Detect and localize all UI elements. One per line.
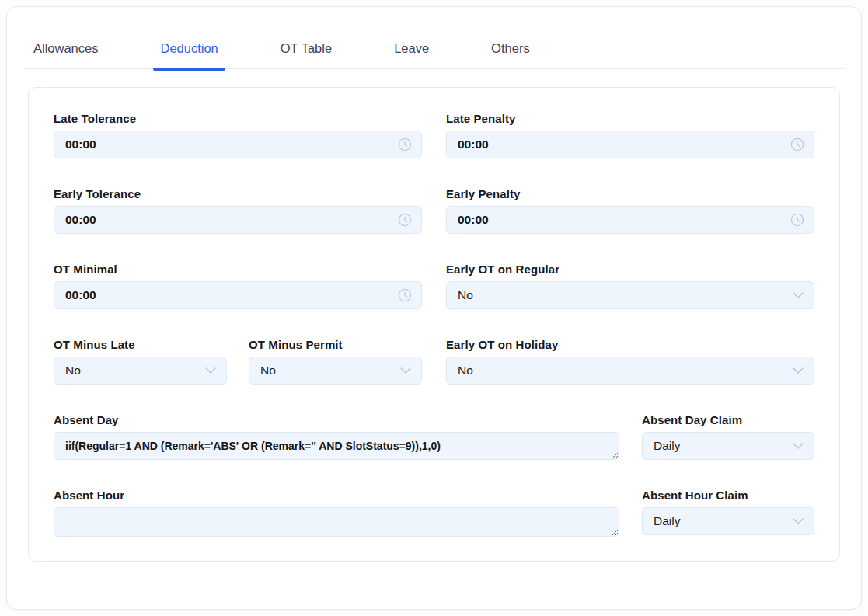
early-penalty-field: Early Penalty [446, 187, 814, 234]
deduction-form-panel: Late Tolerance Late Penalty [28, 87, 840, 562]
form-row: Early Tolerance Early Penalty [54, 187, 814, 234]
early-penalty-label: Early Penalty [446, 187, 814, 201]
late-penalty-input-wrap [446, 131, 814, 158]
absent-day-label: Absent Day [54, 413, 619, 427]
form-row: Absent Hour Absent Hour Claim Daily [54, 489, 814, 537]
ot-minus-late-label: OT Minus Late [54, 338, 227, 352]
absent-hour-label: Absent Hour [54, 489, 619, 503]
early-ot-on-holiday-value: No [447, 364, 504, 378]
chevron-down-icon [204, 367, 217, 374]
form-row: Absent Day iif(Regular=1 AND (Remark='AB… [54, 413, 814, 460]
early-tolerance-input-wrap [54, 206, 422, 234]
ot-minus-permit-value: No [249, 364, 307, 378]
absent-day-textarea[interactable]: iif(Regular=1 AND (Remark='ABS' OR (Rema… [54, 432, 619, 460]
chevron-down-icon [792, 367, 804, 374]
ot-minus-permit-select[interactable]: No [249, 357, 422, 385]
early-ot-on-holiday-label: Early OT on Holiday [446, 338, 814, 352]
absent-day-claim-value: Daily [643, 439, 711, 453]
early-ot-on-regular-field: Early OT on Regular No [446, 263, 814, 309]
tab-deduction[interactable]: Deduction [160, 41, 218, 68]
absent-day-field: Absent Day iif(Regular=1 AND (Remark='AB… [54, 413, 619, 460]
ot-minimal-input-wrap [54, 281, 422, 309]
chevron-down-icon [399, 367, 412, 374]
settings-card: Allowances Deduction OT Table Leave Othe… [6, 6, 862, 610]
tab-leave[interactable]: Leave [394, 41, 429, 68]
early-ot-on-holiday-select[interactable]: No [446, 357, 814, 385]
early-tolerance-field: Early Tolerance [54, 187, 422, 234]
ot-minimal-label: OT Minimal [54, 263, 422, 277]
absent-hour-claim-field: Absent Hour Claim Daily [642, 489, 814, 537]
form-row: OT Minimal Early OT on Regular No [54, 263, 814, 309]
tab-others[interactable]: Others [491, 41, 530, 68]
late-penalty-field: Late Penalty [446, 112, 814, 158]
absent-hour-field: Absent Hour [54, 489, 619, 537]
absent-day-claim-select[interactable]: Daily [642, 432, 814, 460]
absent-day-claim-field: Absent Day Claim Daily [642, 413, 814, 460]
absent-day-claim-label: Absent Day Claim [642, 413, 814, 427]
ot-minus-late-field: OT Minus Late No [54, 338, 227, 385]
early-ot-on-holiday-field: Early OT on Holiday No [446, 338, 814, 385]
form-row: Late Tolerance Late Penalty [54, 112, 814, 158]
absent-hour-claim-value: Daily [643, 514, 711, 528]
ot-minus-permit-label: OT Minus Permit [249, 338, 422, 352]
ot-minimal-input[interactable] [54, 282, 421, 308]
late-penalty-input[interactable] [447, 131, 814, 158]
absent-hour-claim-label: Absent Hour Claim [642, 489, 814, 503]
ot-minus-permit-field: OT Minus Permit No [249, 338, 422, 385]
tab-allowances[interactable]: Allowances [33, 41, 98, 68]
late-penalty-label: Late Penalty [446, 112, 814, 126]
late-tolerance-field: Late Tolerance [54, 112, 422, 158]
ot-minus-late-value: No [54, 364, 112, 378]
absent-hour-textarea[interactable] [54, 507, 619, 537]
late-tolerance-input-wrap [54, 131, 422, 158]
chevron-down-icon [792, 442, 804, 450]
tab-ot-table[interactable]: OT Table [281, 41, 332, 68]
early-ot-on-regular-select[interactable]: No [446, 281, 814, 309]
late-tolerance-label: Late Tolerance [54, 112, 422, 126]
early-tolerance-input[interactable] [54, 207, 421, 233]
absent-hour-claim-select[interactable]: Daily [642, 507, 814, 535]
ot-minimal-field: OT Minimal [54, 263, 422, 309]
chevron-down-icon [792, 517, 804, 525]
ot-minus-late-select[interactable]: No [54, 357, 227, 385]
chevron-down-icon [792, 291, 804, 299]
early-penalty-input-wrap [446, 206, 814, 234]
late-tolerance-input[interactable] [54, 131, 421, 158]
form-row: OT Minus Late No OT Minus Permit No [54, 338, 814, 385]
early-tolerance-label: Early Tolerance [54, 187, 422, 201]
tab-bar: Allowances Deduction OT Table Leave Othe… [24, 41, 844, 69]
early-penalty-input[interactable] [447, 207, 814, 233]
early-ot-on-regular-value: No [447, 288, 504, 302]
early-ot-on-regular-label: Early OT on Regular [446, 263, 814, 277]
